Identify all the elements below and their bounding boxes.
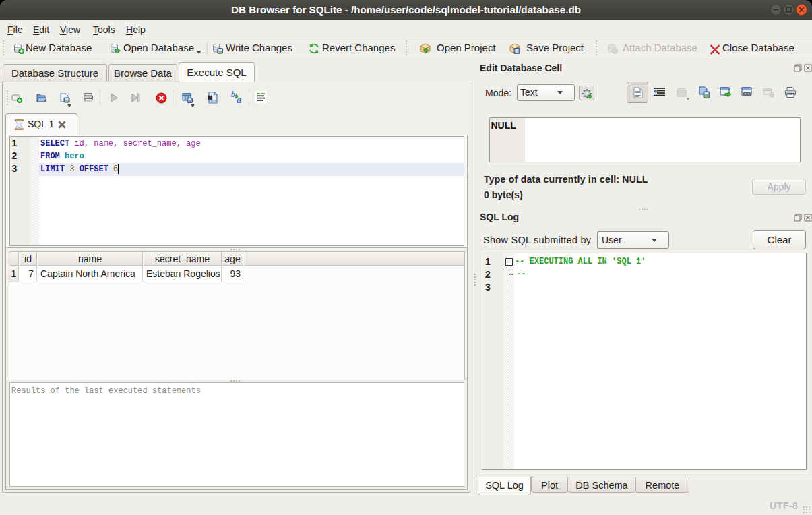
svg-text:b: b (231, 90, 235, 99)
